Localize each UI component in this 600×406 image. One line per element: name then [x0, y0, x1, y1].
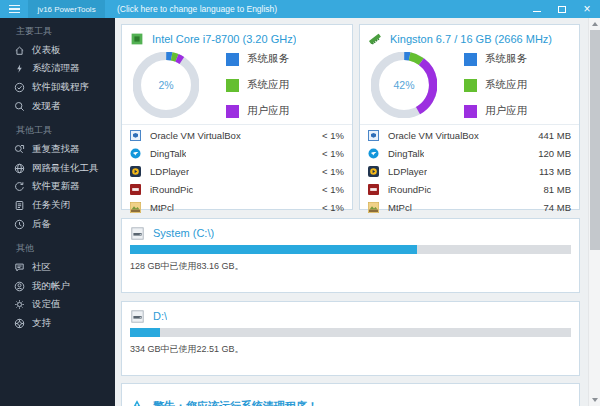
scrollbar-thumb[interactable] — [590, 30, 600, 250]
mtpcl-icon — [130, 202, 141, 213]
sidebar-item-task-close[interactable]: 任务关闭 — [0, 196, 115, 215]
sidebar-item-my-account[interactable]: 我的帐户 — [0, 277, 115, 296]
drive-icon — [130, 309, 144, 323]
sidebar-item-label: 网路最佳化工具 — [32, 162, 99, 175]
ram-legend: 系统服务 系统应用 用户应用 — [464, 50, 527, 121]
minimize-button[interactable] — [530, 2, 544, 16]
account-icon — [13, 280, 25, 292]
disk-c-progressbar — [130, 245, 571, 254]
cpu-process-list: Oracle VM VirtualBox < 1% DingTalk < 1% … — [122, 124, 352, 217]
sidebar-item-support[interactable]: 支持 — [0, 314, 115, 333]
disk-d-usage-text: 334 GB中已使用22.51 GB。 — [122, 337, 579, 356]
process-row[interactable]: Oracle VM VirtualBox < 1% — [130, 126, 344, 144]
ram-process-list: Oracle VM VirtualBox 441 MB DingTalk 120… — [360, 124, 579, 217]
cpu-title: Intel Core i7-8700 (3.20 GHz) — [152, 33, 296, 45]
sidebar-item-label: 重复查找器 — [32, 143, 80, 156]
disk-c-title: System (C:\) — [153, 227, 214, 239]
virtualbox-icon — [368, 130, 379, 141]
sidebar-item-duplicate-finder[interactable]: 重复查找器 — [0, 140, 115, 159]
disk-d-progressbar — [130, 328, 571, 337]
sidebar-item-backup[interactable]: 后备 — [0, 215, 115, 234]
backup-icon — [13, 218, 25, 230]
process-row[interactable]: MtPcl 74 MB — [368, 199, 571, 217]
cpu-donut-chart: 2% — [133, 52, 199, 118]
ldplayer-icon — [368, 166, 379, 177]
sidebar-item-label: 仪表板 — [32, 44, 61, 57]
updater-icon — [13, 181, 25, 193]
task-icon — [13, 199, 25, 211]
mtpcl-icon — [368, 202, 379, 213]
network-icon — [13, 162, 25, 174]
finder-icon — [13, 100, 25, 112]
dingtalk-icon — [130, 148, 141, 159]
cpu-legend: 系统服务 系统应用 用户应用 — [226, 50, 289, 121]
scroll-up-icon[interactable] — [589, 18, 600, 30]
hamburger-menu-icon[interactable] — [0, 0, 28, 18]
sidebar-item-finder[interactable]: 发现者 — [0, 97, 115, 116]
duplicate-finder-icon — [13, 144, 25, 156]
warning-icon — [130, 399, 144, 406]
cpu-chip-icon — [130, 32, 144, 46]
sidebar-item-label: 软件卸载程序 — [32, 81, 89, 94]
process-row[interactable]: Oracle VM VirtualBox 441 MB — [368, 126, 571, 144]
cleaner-icon — [13, 63, 25, 75]
sidebar-item-settings[interactable]: 设定值 — [0, 296, 115, 315]
ram-icon — [368, 32, 382, 46]
ram-usage-label: 42% — [371, 52, 437, 118]
ram-donut-chart: 42% — [371, 52, 437, 118]
close-button[interactable]: × — [580, 2, 594, 16]
warning-card[interactable]: 警告：您应该运行系统清理程序！ — [121, 383, 580, 406]
sidebar-item-label: 任务关闭 — [32, 199, 70, 212]
sidebar-item-label: 社区 — [32, 261, 51, 274]
ldplayer-icon — [130, 166, 141, 177]
dingtalk-icon — [368, 148, 379, 159]
sidebar-item-label: 我的帐户 — [32, 280, 70, 293]
sidebar-section-header: 其他 — [0, 238, 115, 258]
sidebar-item-label: 发现者 — [32, 100, 61, 113]
sidebar-item-label: 设定值 — [32, 298, 61, 311]
process-row[interactable]: iRoundPic < 1% — [130, 181, 344, 199]
sidebar-section-header: 其他工具 — [0, 120, 115, 140]
legend-swatch-system-apps — [226, 79, 239, 92]
process-row[interactable]: LDPlayer < 1% — [130, 162, 344, 180]
sidebar-item-label: 后备 — [32, 218, 51, 231]
disk-d-card: D:\ 334 GB中已使用22.51 GB。 — [121, 301, 580, 376]
legend-swatch-system-services — [226, 53, 239, 66]
main-content: Intel Core i7-8700 (3.20 GHz) 2% 系统服务 系统… — [115, 18, 600, 406]
legend-swatch-system-apps — [464, 79, 477, 92]
disk-c-usage-text: 128 GB中已使用83.16 GB。 — [122, 254, 579, 273]
legend-swatch-user-apps — [226, 105, 239, 118]
iroundpic-icon — [130, 184, 141, 195]
sidebar: 主要工具 仪表板 系统清理器 软件卸载程序 发现者 其他工具 重复查找器 网路最… — [0, 18, 115, 406]
sidebar-item-dashboard[interactable]: 仪表板 — [0, 41, 115, 60]
scrollbar[interactable] — [588, 18, 600, 406]
legend-swatch-system-services — [464, 53, 477, 66]
virtualbox-icon — [130, 130, 141, 141]
sidebar-item-community[interactable]: 社区 — [0, 258, 115, 277]
sidebar-item-label: 系统清理器 — [32, 62, 80, 75]
sidebar-item-software-updater[interactable]: 软件更新器 — [0, 178, 115, 197]
settings-icon — [13, 299, 25, 311]
sidebar-item-network-optimizer[interactable]: 网路最佳化工具 — [0, 159, 115, 178]
process-row[interactable]: MtPcl < 1% — [130, 199, 344, 217]
cpu-card: Intel Core i7-8700 (3.20 GHz) 2% 系统服务 系统… — [121, 24, 353, 210]
language-hint-link[interactable]: (Click here to change language to Englis… — [117, 4, 277, 14]
disk-c-card: System (C:\) 128 GB中已使用83.16 GB。 — [121, 218, 580, 293]
process-row[interactable]: DingTalk < 1% — [130, 144, 344, 162]
process-row[interactable]: LDPlayer 113 MB — [368, 162, 571, 180]
process-row[interactable]: DingTalk 120 MB — [368, 144, 571, 162]
cpu-usage-label: 2% — [133, 52, 199, 118]
disk-d-title: D:\ — [153, 310, 167, 322]
maximize-button[interactable] — [555, 2, 569, 16]
scroll-down-icon[interactable] — [589, 394, 600, 406]
sidebar-item-label: 支持 — [32, 317, 51, 330]
uninstaller-icon — [13, 81, 25, 93]
iroundpic-icon — [368, 184, 379, 195]
warning-text: 警告：您应该运行系统清理程序！ — [153, 399, 318, 406]
sidebar-item-system-cleaner[interactable]: 系统清理器 — [0, 60, 115, 79]
titlebar: jv16 PowerTools (Click here to change la… — [0, 0, 600, 18]
sidebar-item-label: 软件更新器 — [32, 180, 80, 193]
process-row[interactable]: iRoundPic 81 MB — [368, 181, 571, 199]
community-icon — [13, 262, 25, 274]
sidebar-item-software-uninstaller[interactable]: 软件卸载程序 — [0, 78, 115, 97]
